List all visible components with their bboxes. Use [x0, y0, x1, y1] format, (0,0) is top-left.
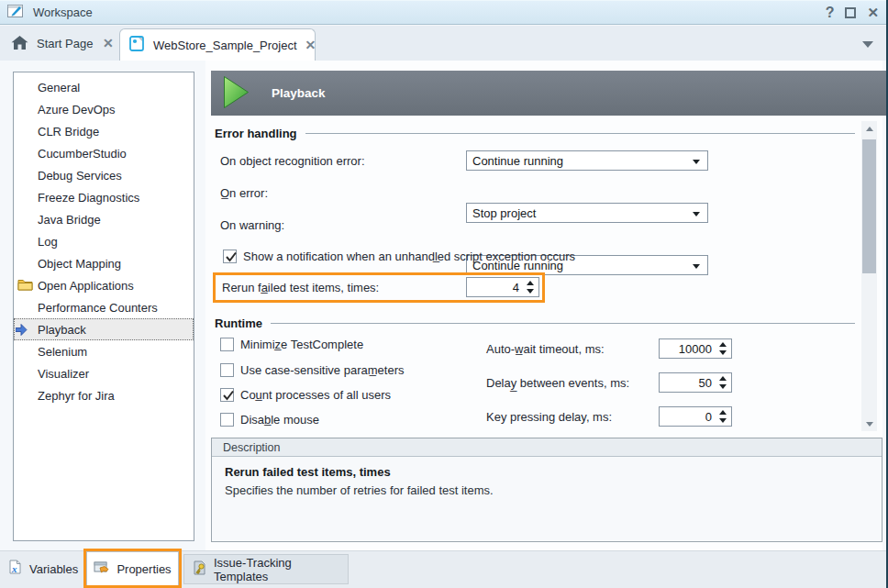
on-object-recognition-error-combobox[interactable]: Continue running [466, 150, 708, 171]
tab-label: Issue-Tracking Templates [214, 556, 348, 583]
window-title: Workspace [33, 6, 93, 19]
spinner-up-icon[interactable] [719, 376, 727, 381]
checkbox-label: Disab̲le mouse [240, 413, 319, 427]
error-handling-group-header: Error handling [215, 126, 855, 140]
sidebar-item-selenium[interactable]: Selenium [14, 340, 194, 362]
case-sensitive-row: Use case-sensitive param̲eters [220, 363, 404, 377]
chevron-down-icon [693, 264, 700, 269]
rerun-failed-label: Rerun fa̲iled test items, times: [222, 277, 379, 297]
combo-value: Continue running [472, 154, 563, 168]
sidebar-item-visualizer[interactable]: Visualizer [14, 362, 194, 384]
tab-label: Properties [117, 562, 171, 576]
count-processes-row: Cou̲nt processes of all users [220, 388, 391, 402]
checkbox-label: Use case-sensitive param̲eters [240, 363, 404, 377]
description-header: Description [212, 438, 882, 457]
play-triangle-icon [223, 75, 250, 112]
scroll-up-icon[interactable] [861, 121, 877, 136]
properties-icon [94, 560, 110, 578]
minimize-testcomplete-checkbox[interactable] [220, 338, 234, 351]
sidebar-item-log[interactable]: Log [14, 230, 194, 252]
show-notification-checkbox[interactable] [223, 250, 237, 263]
variables-icon: x [7, 560, 23, 578]
sidebar-item-general[interactable]: General [14, 76, 194, 98]
spinner-down-icon[interactable] [719, 418, 727, 423]
tab-properties[interactable]: Properties [86, 551, 179, 586]
scroll-down-icon[interactable] [861, 416, 877, 431]
disable-mouse-row: Disab̲le mouse [220, 413, 319, 427]
sidebar-item-performance-counters[interactable]: Performance Counters [14, 296, 194, 318]
sidebar-item-azure-devops[interactable]: Azure DevOps [14, 98, 194, 120]
spinner-up-icon[interactable] [527, 281, 534, 285]
spinner-value: 0 [665, 410, 717, 424]
workspace-icon [7, 4, 24, 21]
on-warning-label: On warning: [220, 215, 284, 235]
spinner-value: 50 [665, 376, 717, 390]
sidebar-item-java-bridge[interactable]: Java Bridge [14, 208, 194, 230]
home-icon[interactable] [11, 35, 28, 53]
help-button[interactable]: ? [826, 5, 835, 21]
close-button[interactable]: ✕ [867, 5, 879, 21]
maximize-button[interactable] [845, 7, 856, 18]
case-sensitive-checkbox[interactable] [220, 363, 234, 377]
tab-start-page[interactable]: Start Page [37, 37, 93, 50]
group-divider [305, 133, 855, 134]
tab-list-chevron-down-icon[interactable] [862, 41, 873, 48]
sidebar-item-cucumberstudio[interactable]: CucumberStudio [14, 142, 194, 164]
project-icon [129, 36, 145, 54]
runtime-group-header: Runtime [215, 316, 855, 330]
on-object-recognition-error-label: On object recognition error: [220, 150, 365, 171]
notification-checkbox-row: Show a notification when an unhandl̲ed s… [223, 250, 575, 263]
spinner-down-icon[interactable] [719, 350, 727, 355]
sidebar-item-object-mapping[interactable]: Object Mapping [14, 252, 194, 274]
start-page-close-icon[interactable]: ✕ [103, 36, 114, 50]
on-error-combobox[interactable]: Stop project [466, 203, 708, 223]
sidebar-item-clr-bridge[interactable]: CLR Bridge [14, 120, 194, 142]
tab-project[interactable]: WebStore_Sample_Project ✕ [119, 28, 316, 61]
checkbox-label: Cou̲nt processes of all users [240, 388, 391, 402]
auto-wait-timeout-spinner[interactable]: 10000 [659, 338, 732, 359]
spinner-value: 10000 [665, 342, 717, 356]
delay-between-events-spinner[interactable]: 50 [659, 372, 732, 393]
combo-value: Stop project [472, 206, 536, 220]
banner-title: Playback [272, 86, 326, 100]
sidebar-item-label: Open Applications [38, 279, 134, 293]
delay-between-events-label: Delay̲ between events, ms: [486, 372, 629, 393]
vertical-scrollbar[interactable] [861, 121, 877, 431]
spinner-up-icon[interactable] [719, 342, 727, 347]
spinner-down-icon[interactable] [719, 384, 727, 389]
group-divider [271, 323, 855, 324]
minimize-testcomplete-row: Minimiz̲e TestComplete [220, 338, 363, 351]
project-tab-close-icon[interactable]: ✕ [305, 38, 316, 52]
group-title: Runtime [215, 316, 262, 330]
key-pressing-delay-label: Key pressing delay, ms: [486, 406, 612, 427]
disable-mouse-checkbox[interactable] [220, 413, 234, 427]
selected-arrow-icon [16, 323, 28, 339]
key-pressing-delay-spinner[interactable]: 0 [659, 406, 732, 427]
tab-issue-tracking-templates[interactable]: Issue-Tracking Templates [183, 554, 349, 584]
playback-banner: Playback [211, 71, 886, 116]
sidebar-item-freeze-diagnostics[interactable]: Freeze Diagnostics [14, 186, 194, 208]
title-bar: Workspace ? ✕ [0, 0, 888, 25]
tab-variables[interactable]: x Variables [7, 556, 78, 582]
project-tab-label: WebStore_Sample_Project [153, 39, 297, 52]
show-notification-label: Show a notification when an unhandl̲ed s… [243, 250, 575, 263]
sidebar-item-label: Playback [38, 323, 86, 337]
checkbox-label: Minimiz̲e TestComplete [240, 338, 363, 351]
scrollbar-thumb[interactable] [862, 139, 876, 273]
group-title: Error handling [215, 127, 297, 140]
sidebar-item-playback[interactable]: Playback [14, 318, 194, 340]
description-title: Rerun failed test items, times [225, 465, 869, 479]
issue-tracking-icon [192, 560, 207, 579]
spinner-value: 4 [472, 281, 525, 294]
sidebar-item-open-applications[interactable]: Open Applications [14, 274, 194, 296]
spinner-down-icon[interactable] [527, 289, 534, 294]
chevron-down-icon [693, 212, 700, 216]
svg-text:x: x [11, 563, 17, 574]
folder-icon [17, 278, 33, 294]
rerun-failed-spinner[interactable]: 4 [466, 277, 539, 297]
count-processes-checkbox[interactable] [220, 388, 234, 402]
sidebar-item-debug-services[interactable]: Debug Services [14, 164, 194, 186]
spinner-up-icon[interactable] [719, 410, 727, 415]
sidebar-item-zephyr-for-jira[interactable]: Zephyr for Jira [14, 384, 194, 406]
description-text: Specifies the number of retries for fail… [225, 483, 869, 497]
